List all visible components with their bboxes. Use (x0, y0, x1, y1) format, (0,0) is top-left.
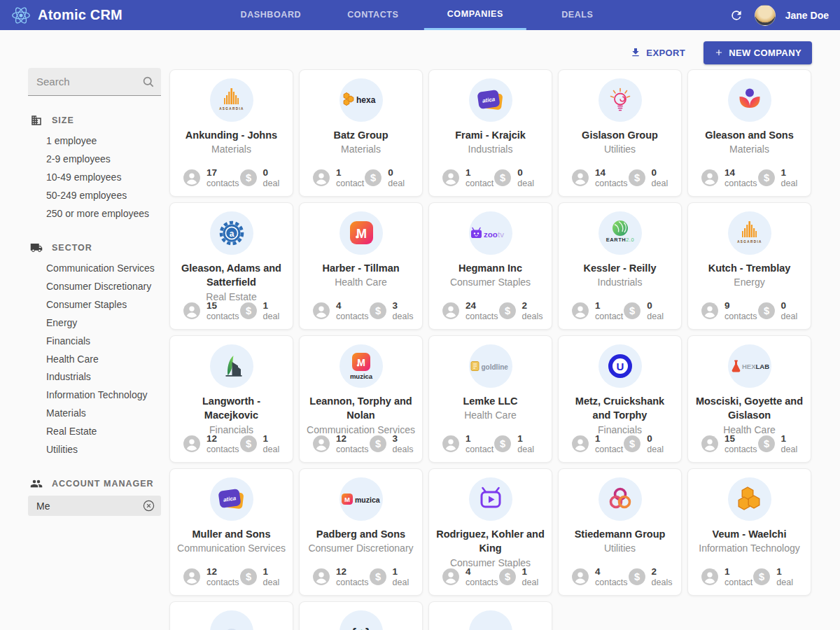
company-stats: 14 contacts $ 0 deal (559, 167, 681, 188)
contacts-label: contact (465, 178, 493, 188)
company-logo: atica (469, 78, 512, 122)
svg-text:$: $ (629, 438, 635, 449)
company-card[interactable]: ASGARDIA Ankunding - Johns Materials 17 … (169, 69, 293, 197)
dollar-icon: $ (757, 435, 776, 453)
filter-item[interactable]: 250 or more employees (28, 205, 161, 223)
filter-item[interactable]: Energy (28, 314, 161, 332)
deals-count: 1 (781, 167, 798, 178)
svg-text:$: $ (500, 438, 505, 449)
filter-item[interactable]: Materials (28, 405, 161, 423)
company-stats: 1 contact $ 0 deal (300, 167, 422, 188)
company-name: Langworth - Macejkovic (177, 394, 286, 423)
filter-chip-me[interactable]: Me (28, 496, 161, 516)
person-icon (183, 435, 201, 453)
filter-item[interactable]: Consumer Staples (28, 296, 161, 314)
filter-item[interactable]: Information Technology (28, 386, 161, 405)
company-card[interactable]: goldline Lemke LLC Health Care 1 contact (428, 335, 552, 463)
company-card[interactable]: Mmuzica Padberg and Sons Consumer Discre… (299, 468, 423, 596)
refresh-button[interactable] (728, 7, 745, 24)
svg-text:$: $ (245, 305, 251, 316)
user-avatar[interactable] (755, 5, 776, 26)
company-stats: 1 contact $ 1 deal (688, 566, 811, 587)
tab-companies[interactable]: COMPANIES (424, 0, 526, 30)
filter-item[interactable]: Financials (28, 332, 161, 351)
contacts-stat: 1 contact (571, 433, 623, 454)
filter-item[interactable]: 2-9 employees (28, 150, 161, 169)
company-stats: 12 contacts $ 1 deal (170, 433, 293, 454)
company-sector: Materials (211, 144, 251, 155)
contacts-count: 1 (724, 566, 752, 578)
company-card[interactable]: Gislason Group Utilities 14 contacts (558, 69, 682, 197)
company-card[interactable]: Langworth - Macejkovic Financials 12 con… (169, 335, 293, 463)
company-stats: 4 contacts $ 3 deals (300, 300, 422, 321)
company-card[interactable]: Gleason and Sons Materials 14 contacts (687, 69, 811, 197)
svg-text:$: $ (374, 571, 380, 582)
company-card[interactable]: Stiedemann Group Utilities 4 contacts (558, 468, 682, 596)
company-card[interactable] (428, 601, 552, 630)
company-name: Stiedemann Group (575, 527, 666, 541)
filter-item[interactable]: 50-249 employees (28, 187, 161, 205)
filter-item[interactable]: 10-49 employees (28, 169, 161, 187)
new-company-label: NEW COMPANY (729, 48, 802, 58)
company-logo: {} (340, 610, 383, 630)
filter-item[interactable]: Utilities (28, 441, 161, 459)
company-card[interactable]: hexa Batz Group Materials 1 contact (299, 69, 423, 197)
company-card[interactable]: atica Muller and Sons Communication Serv… (169, 468, 293, 596)
company-card[interactable]: zootv Hegmann Inc Consumer Staples 24 co… (428, 202, 552, 330)
svg-text:$: $ (245, 571, 251, 582)
company-card[interactable]: {} (299, 601, 423, 630)
company-stats: 1 contact $ 0 deal (559, 433, 681, 454)
deals-stat: $ 2 deals (628, 566, 673, 587)
filter-item[interactable]: Real Estate (28, 423, 161, 441)
company-card[interactable] (169, 601, 293, 630)
contacts-stat: 1 contact (701, 566, 752, 587)
person-icon (312, 302, 330, 320)
deals-label: deal (781, 312, 798, 321)
company-card[interactable]: a Gleason, Adams and Satterfield Real Es… (169, 202, 293, 330)
company-card[interactable]: U Metz, Cruickshank and Torphy Financial… (558, 335, 682, 463)
filter-item[interactable]: 1 employee (28, 132, 161, 150)
new-company-button[interactable]: NEW COMPANY (704, 41, 812, 64)
filter-section-header: SECTOR (28, 241, 161, 254)
tab-dashboard[interactable]: DASHBOARD (220, 0, 322, 30)
contacts-stat: 4 contacts (571, 566, 628, 587)
tab-contacts[interactable]: CONTACTS (322, 0, 424, 30)
filter-item[interactable]: Communication Services (28, 260, 161, 278)
contacts-stat: 1 contact (312, 167, 364, 188)
filter-chip-label: Me (36, 500, 50, 512)
company-card[interactable]: ASGARDIA Kutch - Tremblay Energy 9 conta… (687, 202, 811, 330)
filter-item[interactable]: Health Care (28, 351, 161, 369)
company-card[interactable]: atica Frami - Krajcik Industrials 1 cont… (428, 69, 552, 197)
deals-count: 1 (776, 566, 793, 578)
company-card[interactable]: Veum - Waelchi Information Technology 1 … (687, 468, 811, 596)
contacts-stat: 12 contacts (183, 433, 239, 454)
svg-text:tv: tv (498, 230, 504, 239)
svg-text:$: $ (504, 305, 510, 316)
company-card[interactable]: Rodriguez, Kohler and King Consumer Stap… (428, 468, 552, 596)
tab-deals[interactable]: DEALS (526, 0, 629, 30)
dollar-icon: $ (239, 568, 258, 586)
company-card[interactable]: Mmuzica Leannon, Torphy and Nolan Commun… (299, 335, 423, 463)
company-logo (598, 477, 642, 521)
company-logo: ASGARDIA (210, 78, 253, 122)
company-card[interactable]: EARTH2.0 Kessler - Reilly Industrials 1 … (558, 202, 682, 330)
dollar-icon: $ (623, 435, 641, 453)
contacts-stat: 15 contacts (701, 433, 757, 454)
filter-item[interactable]: Consumer Discretionary (28, 278, 161, 296)
contacts-count: 4 (465, 566, 498, 578)
company-card[interactable]: M Harber - Tillman Health Care 4 contact… (299, 202, 423, 330)
contacts-label: contacts (206, 178, 239, 188)
filter-item[interactable]: Industrials (28, 368, 161, 386)
company-name: Ankunding - Johns (186, 128, 277, 142)
company-card[interactable]: HEXLAB Mosciski, Goyette and Gislason He… (687, 335, 811, 463)
deals-count: 2 (652, 566, 673, 578)
export-button[interactable]: EXPORT (624, 43, 691, 62)
dollar-icon: $ (498, 568, 517, 586)
contacts-stat: 1 contact (442, 433, 493, 454)
contacts-count: 1 (465, 167, 493, 178)
company-name: Veum - Waelchi (713, 527, 787, 541)
truck-icon (30, 241, 43, 254)
deals-count: 1 (263, 566, 280, 578)
contacts-stat: 1 contact (571, 300, 623, 321)
remove-filter-icon[interactable] (142, 499, 155, 512)
